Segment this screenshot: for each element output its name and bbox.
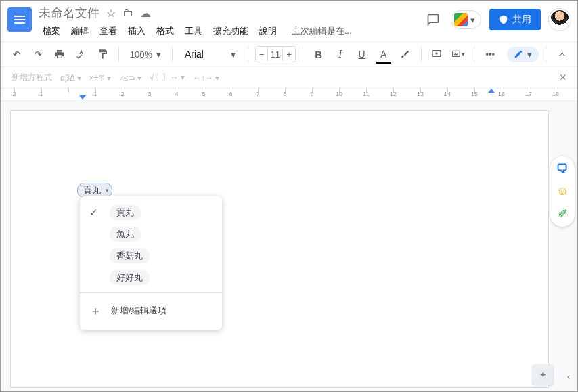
eq-greek[interactable]: αβΔ ▾ xyxy=(60,73,81,83)
option-pill: 貢丸 xyxy=(110,205,141,220)
undo-button[interactable]: ↶ xyxy=(7,45,25,63)
menu-file[interactable]: 檔案 xyxy=(39,24,64,39)
separator xyxy=(172,47,173,62)
menu-bar: 檔案 編輯 查看 插入 格式 工具 擴充功能 說明 上次編輯是在... xyxy=(39,24,424,39)
share-label: 共用 xyxy=(512,14,531,26)
document-title[interactable]: 未命名文件 xyxy=(39,5,99,21)
explore-button[interactable]: ✦ xyxy=(533,364,553,385)
menu-edit[interactable]: 編輯 xyxy=(67,24,93,39)
plus-icon: ＋ xyxy=(89,303,102,319)
bold-button[interactable]: B xyxy=(310,45,328,63)
dropdown-option[interactable]: 魚丸 xyxy=(80,223,222,245)
side-comment-rail: 🗨 ☺ ✐ xyxy=(550,156,575,227)
share-button[interactable]: 共用 xyxy=(489,9,541,30)
option-pill: 魚丸 xyxy=(110,227,141,242)
star-icon[interactable]: ☆ xyxy=(106,7,116,20)
dropdown-option[interactable]: ✓貢丸 xyxy=(80,202,222,223)
menu-tools[interactable]: 工具 xyxy=(181,24,206,39)
docs-logo-icon[interactable] xyxy=(7,7,32,32)
new-equation-button[interactable]: 新增方程式 xyxy=(12,72,52,83)
toolbar: ↶ ↷ 100%▾ Arial▾ − 11 + B I U A ▾ ••• ▾ … xyxy=(1,41,577,67)
close-equation-bar-icon[interactable]: × xyxy=(559,70,566,85)
ruler[interactable]: 21123456789101112131415161718 xyxy=(1,89,577,101)
zoom-value: 100% xyxy=(130,49,152,60)
suggest-edit-icon[interactable]: ✐ xyxy=(558,206,568,221)
collapse-toolbar-button[interactable]: ㅅ xyxy=(553,45,571,63)
add-comment-icon[interactable]: 🗨 xyxy=(556,162,569,176)
chevron-down-icon: ▾ xyxy=(470,15,475,25)
indent-marker-right[interactable] xyxy=(488,89,495,93)
svg-rect-1 xyxy=(453,51,460,56)
account-avatar[interactable] xyxy=(549,9,571,30)
separator xyxy=(80,292,222,293)
zoom-select[interactable]: 100%▾ xyxy=(126,49,165,60)
chip-label: 貢丸 xyxy=(83,184,101,196)
font-select[interactable]: Arial▾ xyxy=(179,49,241,60)
font-size-decrease[interactable]: − xyxy=(256,47,268,62)
smart-chip[interactable]: 貢丸 xyxy=(77,183,112,198)
separator xyxy=(248,47,248,62)
insert-image-button[interactable]: ▾ xyxy=(449,45,467,63)
header-right: ▾ 共用 xyxy=(424,9,571,30)
comments-history-icon[interactable] xyxy=(424,10,443,29)
eq-relations[interactable]: ≠≤⊃ ▾ xyxy=(119,73,141,83)
highlight-button[interactable] xyxy=(397,45,414,63)
redo-button[interactable]: ↷ xyxy=(29,45,47,63)
text-color-button[interactable]: A xyxy=(375,45,393,63)
menu-format[interactable]: 格式 xyxy=(152,24,178,39)
cloud-status-icon[interactable]: ☁ xyxy=(140,7,151,20)
menu-help[interactable]: 說明 xyxy=(255,24,281,39)
editing-mode-button[interactable]: ▾ xyxy=(507,47,539,62)
menu-view[interactable]: 查看 xyxy=(95,24,121,39)
indent-marker-top[interactable] xyxy=(79,95,86,100)
emoji-reaction-icon[interactable]: ☺ xyxy=(556,184,569,198)
font-name: Arial xyxy=(185,49,204,60)
last-edit-link[interactable]: 上次編輯是在... xyxy=(288,24,356,39)
eq-arrows[interactable]: ←↑→ ▾ xyxy=(193,73,219,83)
dropdown-option[interactable]: 好好丸 xyxy=(80,267,222,288)
app-header: 未命名文件 ☆ 🗀 ☁ 檔案 編輯 查看 插入 格式 工具 擴充功能 說明 上次… xyxy=(1,1,577,41)
menu-insert[interactable]: 插入 xyxy=(124,24,150,39)
menu-extensions[interactable]: 擴充功能 xyxy=(209,24,252,39)
underline-button[interactable]: U xyxy=(353,45,371,63)
move-icon[interactable]: 🗀 xyxy=(123,7,133,19)
meet-logo-icon xyxy=(454,13,468,26)
document-canvas[interactable]: 貢丸 ✓貢丸魚丸香菇丸好好丸 ＋ 新增/編輯選項 xyxy=(1,101,577,392)
font-size-increase[interactable]: + xyxy=(283,47,295,62)
add-edit-label: 新增/編輯選項 xyxy=(111,305,166,317)
spellcheck-button[interactable] xyxy=(72,45,90,63)
separator xyxy=(118,47,119,62)
paint-format-button[interactable] xyxy=(94,45,112,63)
separator xyxy=(474,47,474,62)
print-button[interactable] xyxy=(51,45,68,63)
font-size-value[interactable]: 11 xyxy=(267,47,283,62)
italic-button[interactable]: I xyxy=(332,45,349,63)
option-pill: 香菇丸 xyxy=(110,248,150,263)
add-edit-options[interactable]: ＋ 新增/編輯選項 xyxy=(80,297,222,324)
equation-toolbar: 新增方程式 αβΔ ▾ ×÷∓ ▾ ≠≤⊃ ▾ √〖〗↔ ▾ ←↑→ ▾ × xyxy=(1,67,577,89)
eq-operators[interactable]: ×÷∓ ▾ xyxy=(89,73,112,83)
separator xyxy=(546,47,546,62)
dropdown-option[interactable]: 香菇丸 xyxy=(80,245,222,267)
font-size-stepper: − 11 + xyxy=(255,46,296,62)
more-button[interactable]: ••• xyxy=(481,45,499,63)
title-block: 未命名文件 ☆ 🗀 ☁ 檔案 編輯 查看 插入 格式 工具 擴充功能 說明 上次… xyxy=(39,5,424,39)
option-pill: 好好丸 xyxy=(110,270,150,285)
meet-button[interactable]: ▾ xyxy=(451,10,481,29)
insert-comment-button[interactable] xyxy=(428,45,445,63)
check-icon: ✓ xyxy=(89,206,102,219)
separator xyxy=(421,47,422,62)
separator xyxy=(303,47,303,62)
title-row: 未命名文件 ☆ 🗀 ☁ xyxy=(39,5,424,21)
page[interactable]: 貢丸 ✓貢丸魚丸香菇丸好好丸 ＋ 新增/編輯選項 xyxy=(10,110,549,388)
hide-sidepanel-button[interactable]: ‹ xyxy=(561,367,576,386)
eq-math[interactable]: √〖〗↔ ▾ xyxy=(150,72,185,83)
chip-dropdown: ✓貢丸魚丸香菇丸好好丸 ＋ 新增/編輯選項 xyxy=(80,196,222,330)
